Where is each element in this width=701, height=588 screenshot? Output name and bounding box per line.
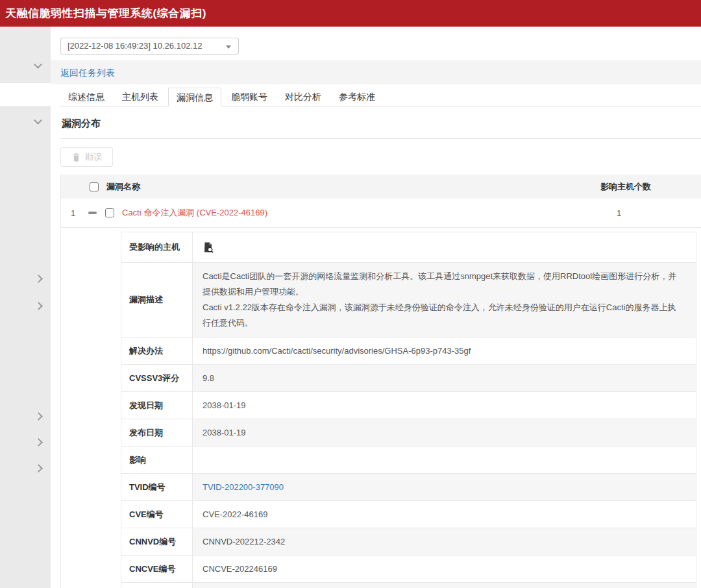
chevron-right-icon[interactable] — [34, 464, 43, 472]
vuln-table: 漏洞名称 影响主机个数 1 Cacti 命令注入漏洞 (CVE-2022-461… — [60, 175, 701, 588]
cvssv3-score: 9.8 — [193, 365, 696, 391]
detail-label: 受影响的主机 — [121, 232, 193, 262]
chevron-down-icon[interactable] — [34, 116, 42, 125]
detail-row-tvid: TVID编号 TVID-202200-377090 — [121, 474, 696, 501]
sidebar-active-item[interactable] — [0, 83, 51, 106]
vuln-table-header: 漏洞名称 影响主机个数 — [61, 175, 701, 199]
tabs-bar: 综述信息 主机列表 漏洞信息 脆弱账号 对比分析 参考标准 — [60, 88, 701, 106]
solution-url: https://github.com/Cacti/cacti/security/… — [193, 337, 696, 364]
detail-label: TVID编号 — [121, 474, 193, 500]
detail-row-solution: 解决办法 https://github.com/Cacti/cacti/secu… — [121, 337, 696, 365]
detail-label: CNNVD编号 — [121, 528, 193, 555]
chevron-right-icon[interactable] — [34, 438, 43, 447]
caret-down-icon — [226, 45, 231, 49]
detail-row-affected-hosts: 受影响的主机 — [121, 232, 696, 263]
detail-label: 漏洞描述 — [121, 263, 193, 337]
ms-id — [193, 583, 696, 588]
tab-host-list[interactable]: 主机列表 — [114, 88, 166, 106]
tab-vulnerability-info[interactable]: 漏洞信息 — [168, 88, 221, 106]
trash-icon — [71, 153, 81, 162]
detail-row-publish-date: 发布日期 2038-01-19 — [121, 419, 696, 447]
chevron-down-icon[interactable] — [34, 60, 42, 69]
discovery-date: 2038-01-19 — [193, 392, 696, 419]
detail-label: 发布日期 — [121, 419, 193, 446]
task-selector-value: [2022-12-08 16:49:23] 10.26.102.12 — [68, 41, 202, 51]
detail-label: CNCVE编号 — [121, 556, 193, 582]
detail-row-discovery-date: 发现日期 2038-01-19 — [121, 392, 696, 419]
detail-label: CVSSV3评分 — [121, 365, 193, 391]
errata-button[interactable]: 勘误 — [60, 147, 113, 167]
detail-label: 影响 — [121, 447, 193, 473]
collapse-row-icon[interactable] — [88, 212, 97, 214]
vuln-distribution-panel: 漏洞分布 勘误 漏洞名称 影响主机个数 — [60, 106, 701, 588]
section-title: 漏洞分布 — [60, 106, 701, 139]
tab-weak-accounts[interactable]: 脆弱账号 — [223, 88, 275, 106]
cve-id: CVE-2022-46169 — [193, 501, 696, 528]
detail-row-cve: CVE编号 CVE-2022-46169 — [121, 501, 696, 528]
description-line-2: Cacti v1.2.22版本存在命令注入漏洞，该漏洞源于未经身份验证的命令注入… — [203, 300, 683, 331]
vuln-name-link[interactable]: Cacti 命令注入漏洞 (CVE-2022-46169) — [122, 207, 267, 219]
chevron-right-icon[interactable] — [34, 302, 43, 310]
task-select-row: [2022-12-08 16:49:23] 10.26.102.12 — [51, 27, 701, 55]
chevron-right-icon[interactable] — [34, 275, 43, 283]
description-line-1: Cacti是Cacti团队的一套开源的网络流量监测和分析工具。该工具通过snmp… — [203, 269, 683, 300]
cncve-id: CNCVE-202246169 — [193, 556, 696, 582]
tab-summary-info[interactable]: 综述信息 — [60, 88, 112, 106]
file-search-icon[interactable] — [203, 241, 214, 253]
vuln-detail-table: 受影响的主机 — [121, 232, 696, 588]
tab-reference-standards[interactable]: 参考标准 — [331, 88, 383, 106]
detail-row-cncve: CNCVE编号 CNCVE-202246169 — [121, 556, 696, 583]
affected-hosts-count: 1 — [600, 208, 701, 218]
detail-row-description: 漏洞描述 Cacti是Cacti团队的一套开源的网络流量监测和分析工具。该工具通… — [121, 263, 696, 337]
tab-comparative-analysis[interactable]: 对比分析 — [277, 88, 329, 106]
toolbar: 勘误 — [60, 147, 701, 167]
back-to-task-list-link[interactable]: 返回任务列表 — [60, 67, 115, 78]
detail-label: MS编号 — [121, 583, 193, 588]
detail-label: 发现日期 — [121, 392, 193, 419]
app-header: 天融信脆弱性扫描与管理系统(综合漏扫) — [0, 0, 701, 27]
impact-value — [193, 447, 696, 473]
main-content: [2022-12-08 16:49:23] 10.26.102.12 返回任务列… — [51, 27, 701, 588]
column-affected-hosts: 影响主机个数 — [600, 181, 701, 193]
detail-row-cvssv3: CVSSV3评分 9.8 — [121, 365, 696, 392]
select-all-checkbox[interactable] — [90, 182, 99, 191]
chevron-right-icon[interactable] — [34, 412, 43, 421]
row-number: 1 — [71, 208, 80, 218]
row-checkbox[interactable] — [105, 208, 114, 217]
back-bar: 返回任务列表 — [51, 60, 701, 84]
detail-row-cnnvd: CNNVD编号 CNNVD-202212-2342 — [121, 528, 696, 556]
tvid-link[interactable]: TVID-202200-377090 — [203, 482, 284, 492]
app-title: 天融信脆弱性扫描与管理系统(综合漏扫) — [5, 6, 206, 21]
cnnvd-id: CNNVD-202212-2342 — [193, 528, 696, 555]
sidebar — [0, 27, 51, 588]
publish-date: 2038-01-19 — [193, 419, 696, 446]
page: 天融信脆弱性扫描与管理系统(综合漏扫) [2022-12-08 16:49:23… — [0, 0, 701, 588]
vuln-table-row: 1 Cacti 命令注入漏洞 (CVE-2022-46169) 1 — [61, 199, 701, 228]
detail-row-ms: MS编号 — [121, 583, 696, 588]
detail-label: CVE编号 — [121, 501, 193, 528]
detail-row-impact: 影响 — [121, 447, 696, 474]
column-vuln-name: 漏洞名称 — [106, 181, 140, 193]
detail-label: 解决办法 — [121, 337, 193, 364]
task-selector[interactable]: [2022-12-08 16:49:23] 10.26.102.12 — [60, 38, 239, 55]
errata-button-label: 勘误 — [85, 151, 102, 163]
